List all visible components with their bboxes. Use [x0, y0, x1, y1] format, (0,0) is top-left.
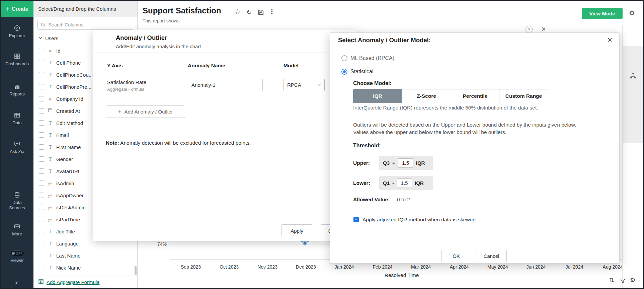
apply-button[interactable]: Apply: [281, 224, 312, 237]
x-axis-title: Resolved Time: [385, 272, 419, 278]
upper-bound-label: Upper:: [353, 160, 370, 166]
column-checkbox[interactable]: [39, 144, 44, 150]
column-checkbox[interactable]: [39, 48, 44, 53]
column-checkbox[interactable]: [39, 108, 44, 114]
columns-scrollbar-thumb[interactable]: [135, 266, 137, 275]
sidebar-item-reports[interactable]: Reports: [1, 83, 33, 97]
column-type-number-icon: #: [47, 48, 53, 54]
column-type-text-icon: T: [47, 156, 53, 162]
iqr-description: InterQuartile Range (IQR) represents the…: [353, 105, 538, 111]
modal-title: Select Anomaly / Outlier Model:: [338, 37, 431, 44]
tab-iqr[interactable]: IQR: [353, 89, 402, 103]
sidebar-item-data[interactable]: Data: [1, 112, 33, 126]
viewer-off-toggle[interactable]: OFF: [10, 250, 24, 256]
collapse-sidebar-button[interactable]: [1, 279, 33, 286]
data-sources-icon: [14, 192, 20, 198]
lower-bound-input[interactable]: [397, 178, 412, 188]
column-type-boolean-icon: y/n: [47, 204, 53, 210]
column-checkbox[interactable]: [39, 120, 44, 126]
plus-icon: +: [118, 109, 121, 115]
filter-funnel-icon[interactable]: [620, 278, 626, 285]
aggregate-formula-icon: [38, 279, 44, 286]
add-anomaly-outlier-button[interactable]: + Add Anomaly / Outlier: [106, 105, 185, 118]
column-type-text-icon: T: [47, 168, 53, 174]
allowed-value-label: Allowed Value:: [353, 197, 390, 203]
model-select[interactable]: RPCA: [284, 79, 325, 91]
view-mode-button[interactable]: View Mode: [582, 8, 623, 19]
column-header-anomaly-name: Anomaly Name: [188, 63, 225, 69]
sidebar-item-more[interactable]: More: [1, 223, 33, 237]
column-checkbox[interactable]: [39, 205, 44, 210]
more-options-kebab-icon[interactable]: ⋮: [268, 8, 275, 15]
column-checkbox[interactable]: [39, 96, 44, 101]
lower-bound-label: Lower:: [353, 180, 370, 186]
sidebar-item-dashboards[interactable]: Dashboards: [1, 53, 33, 67]
column-checkbox[interactable]: [39, 156, 44, 162]
close-icon[interactable]: ✕: [607, 36, 613, 44]
search-columns-input[interactable]: [37, 20, 133, 30]
sidebar-item-data-sources[interactable]: Data Sources: [1, 192, 33, 210]
ok-button[interactable]: OK: [441, 250, 471, 262]
column-type-text-icon: T: [47, 72, 53, 78]
search-icon: [41, 22, 46, 29]
tab-percentile[interactable]: Percentile: [451, 89, 499, 103]
column-checkbox[interactable]: [39, 72, 44, 77]
column-checkbox[interactable]: [39, 132, 44, 138]
column-checkbox[interactable]: [39, 265, 44, 270]
column-item[interactable]: TNick Name: [33, 262, 137, 274]
help-icon[interactable]: ?: [526, 26, 533, 33]
column-type-number-icon: #: [47, 96, 53, 102]
y-axis-field-type: Aggregate Formula: [107, 87, 144, 92]
save-icon[interactable]: [258, 9, 264, 16]
column-checkbox[interactable]: [39, 217, 44, 222]
data-icon: [14, 112, 20, 119]
tab-z-score[interactable]: Z-Score: [402, 89, 451, 103]
column-checkbox[interactable]: [39, 180, 44, 186]
anomaly-name-input[interactable]: [188, 79, 263, 91]
create-button[interactable]: + Create: [1, 1, 33, 17]
upper-bound-input[interactable]: [398, 158, 413, 168]
adjusted-iqr-checkbox-label[interactable]: Apply adjusted IQR method when data is s…: [363, 217, 476, 223]
explorer-icon: [14, 25, 20, 31]
x-axis-label: Jun 2024: [527, 264, 546, 270]
model-cancel-button[interactable]: Cancel: [476, 250, 507, 262]
columns-panel-header: Select/Drag and Drop the Columns: [33, 1, 137, 17]
x-axis-label: Oct 2023: [220, 264, 239, 270]
tab-custom-range[interactable]: Custom Range: [499, 89, 548, 103]
chart-settings-gear-icon[interactable]: ⚙: [630, 277, 635, 283]
column-type-text-icon: T: [47, 84, 53, 90]
adjusted-iqr-checkbox[interactable]: ✓: [353, 217, 359, 222]
column-checkbox[interactable]: [39, 253, 44, 258]
radio-statistical[interactable]: [341, 69, 347, 75]
y-axis-tick: 74%: [151, 241, 167, 247]
sidebar-item-explorer[interactable]: Explorer: [1, 25, 33, 39]
group-label: Users: [45, 35, 58, 41]
column-item[interactable]: TLast Name: [33, 249, 137, 262]
anomaly-note: Note: Anomaly detection will be excluded…: [106, 140, 251, 146]
column-checkbox[interactable]: [39, 60, 44, 65]
modal-subtitle: Add/Edit anomaly analysis in the chart: [116, 44, 201, 49]
add-aggregate-formula-link[interactable]: Add Aggregate Formula: [33, 276, 137, 288]
sort-icon[interactable]: ⇅: [609, 277, 614, 283]
chart-type-icon[interactable]: [623, 73, 643, 81]
column-checkbox[interactable]: [39, 168, 44, 174]
column-checkbox[interactable]: [39, 84, 44, 89]
column-type-date-icon: [47, 108, 53, 114]
column-checkbox[interactable]: [39, 193, 44, 198]
sidebar-item-viewer[interactable]: OFFViewer: [1, 250, 33, 263]
favorite-star-icon[interactable]: ☆: [234, 8, 241, 15]
panel-close-icon[interactable]: ✕: [541, 26, 546, 33]
radio-label-ml-based[interactable]: ML Based (RPCA): [350, 55, 394, 61]
anomaly-outlier-modal: Anomaly / Outlier Add/Edit anomaly analy…: [93, 30, 357, 241]
column-type-boolean-icon: y/n: [47, 192, 53, 198]
column-checkbox[interactable]: [39, 229, 44, 234]
upper-bound-group: Q3 + IQR: [379, 156, 433, 170]
column-type-text-icon: T: [47, 240, 53, 246]
radio-label-statistical[interactable]: Statistical: [350, 69, 373, 75]
refresh-icon[interactable]: ↻: [246, 9, 252, 15]
column-checkbox[interactable]: [39, 241, 44, 246]
radio-ml-based[interactable]: [341, 55, 347, 61]
sidebar-item-ask-zia[interactable]: Ask Zia: [1, 141, 33, 154]
settings-gear-icon[interactable]: ⚙: [629, 10, 635, 16]
x-axis-label: May 2024: [487, 264, 508, 270]
